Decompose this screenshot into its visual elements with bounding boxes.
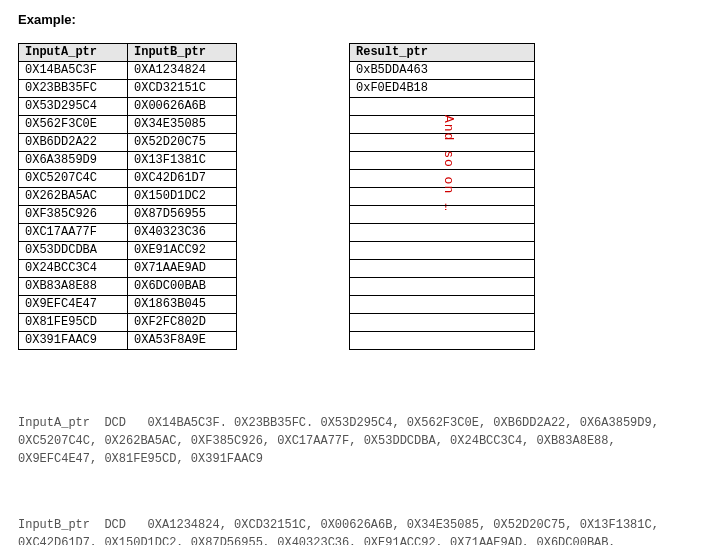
input-b-header: InputB_ptr	[128, 44, 237, 62]
result-cell	[350, 242, 535, 260]
result-header: Result_ptr	[350, 44, 535, 62]
table-row	[350, 116, 535, 134]
input-cell: 0X391FAAC9	[19, 332, 128, 350]
table-row: 0X562F3C0E0X34E35085	[19, 116, 237, 134]
table-row	[350, 278, 535, 296]
input-cell: 0X6A3859D9	[19, 152, 128, 170]
input-cell: 0XB6DD2A22	[19, 134, 128, 152]
input-cell: 0X40323C36	[128, 224, 237, 242]
input-cell: 0X9EFC4E47	[19, 296, 128, 314]
table-row: 0X391FAAC90XA53F8A9E	[19, 332, 237, 350]
table-row	[350, 170, 535, 188]
result-cell	[350, 278, 535, 296]
result-wrap: Result_ptr 0xB5DDA4630xF0ED4B18 And so o…	[349, 43, 535, 350]
result-cell	[350, 296, 535, 314]
table-row	[350, 206, 535, 224]
input-table: InputA_ptr InputB_ptr 0X14BA5C3F0XA12348…	[18, 43, 237, 350]
input-cell: 0X24BCC3C4	[19, 260, 128, 278]
input-cell: 0X00626A6B	[128, 98, 237, 116]
table-row: 0XC17AA77F0X40323C36	[19, 224, 237, 242]
input-cell: 0X53DDCDBA	[19, 242, 128, 260]
input-cell: 0XE91ACC92	[128, 242, 237, 260]
table-row	[350, 296, 535, 314]
table-row	[350, 260, 535, 278]
result-cell	[350, 170, 535, 188]
table-row: 0X262BA5AC0X150D1DC2	[19, 188, 237, 206]
result-cell	[350, 260, 535, 278]
input-cell: 0XA53F8A9E	[128, 332, 237, 350]
table-row: 0X24BCC3C40X71AAE9AD	[19, 260, 237, 278]
table-row: 0XB6DD2A220X52D20C75	[19, 134, 237, 152]
table-row: 0XC5207C4C0XC42D61D7	[19, 170, 237, 188]
result-cell: 0xB5DDA463	[350, 62, 535, 80]
table-row: 0X53D295C40X00626A6B	[19, 98, 237, 116]
input-cell: 0X81FE95CD	[19, 314, 128, 332]
input-cell: 0XC42D61D7	[128, 170, 237, 188]
code-input-b: InputB_ptr DCD 0XA1234824, 0XCD32151C, 0…	[18, 516, 690, 545]
result-cell	[350, 224, 535, 242]
table-row: 0X23BB35FC0XCD32151C	[19, 80, 237, 98]
input-a-header: InputA_ptr	[19, 44, 128, 62]
example-heading: Example:	[18, 12, 692, 27]
code-input-a: InputA_ptr DCD 0X14BA5C3F. 0X23BB35FC. 0…	[18, 414, 690, 468]
input-cell: 0X150D1DC2	[128, 188, 237, 206]
input-cell: 0X14BA5C3F	[19, 62, 128, 80]
tables-row: InputA_ptr InputB_ptr 0X14BA5C3F0XA12348…	[18, 43, 692, 350]
input-cell: 0X34E35085	[128, 116, 237, 134]
input-cell: 0X53D295C4	[19, 98, 128, 116]
table-row	[350, 332, 535, 350]
table-row: 0X9EFC4E470X1863B045	[19, 296, 237, 314]
input-cell: 0X13F1381C	[128, 152, 237, 170]
table-row	[350, 224, 535, 242]
code-block: InputA_ptr DCD 0X14BA5C3F. 0X23BB35FC. 0…	[18, 378, 690, 545]
input-cell: 0XF385C926	[19, 206, 128, 224]
result-cell	[350, 314, 535, 332]
result-cell	[350, 98, 535, 116]
input-cell: 0X1863B045	[128, 296, 237, 314]
result-cell: 0xF0ED4B18	[350, 80, 535, 98]
result-cell	[350, 332, 535, 350]
result-cell	[350, 134, 535, 152]
table-row	[350, 134, 535, 152]
input-cell: 0XCD32151C	[128, 80, 237, 98]
input-cell: 0XF2FC802D	[128, 314, 237, 332]
table-row	[350, 152, 535, 170]
table-row: 0XB83A8E880X6DC00BAB	[19, 278, 237, 296]
input-cell: 0X87D56955	[128, 206, 237, 224]
input-cell: 0X6DC00BAB	[128, 278, 237, 296]
result-cell	[350, 116, 535, 134]
table-row: 0X6A3859D90X13F1381C	[19, 152, 237, 170]
input-cell: 0X52D20C75	[128, 134, 237, 152]
input-cell: 0XB83A8E88	[19, 278, 128, 296]
input-cell: 0X23BB35FC	[19, 80, 128, 98]
table-row	[350, 242, 535, 260]
input-cell: 0XC17AA77F	[19, 224, 128, 242]
input-cell: 0XC5207C4C	[19, 170, 128, 188]
table-row: 0xF0ED4B18	[350, 80, 535, 98]
table-row	[350, 314, 535, 332]
table-row	[350, 98, 535, 116]
table-row: 0XF385C9260X87D56955	[19, 206, 237, 224]
result-cell	[350, 206, 535, 224]
input-cell: 0XA1234824	[128, 62, 237, 80]
result-cell	[350, 188, 535, 206]
input-cell: 0X262BA5AC	[19, 188, 128, 206]
table-row	[350, 188, 535, 206]
table-row: 0xB5DDA463	[350, 62, 535, 80]
table-row: 0X81FE95CD0XF2FC802D	[19, 314, 237, 332]
table-row: 0X14BA5C3F0XA1234824	[19, 62, 237, 80]
result-cell	[350, 152, 535, 170]
input-cell: 0X562F3C0E	[19, 116, 128, 134]
input-cell: 0X71AAE9AD	[128, 260, 237, 278]
table-row: 0X53DDCDBA0XE91ACC92	[19, 242, 237, 260]
result-table: Result_ptr 0xB5DDA4630xF0ED4B18	[349, 43, 535, 350]
